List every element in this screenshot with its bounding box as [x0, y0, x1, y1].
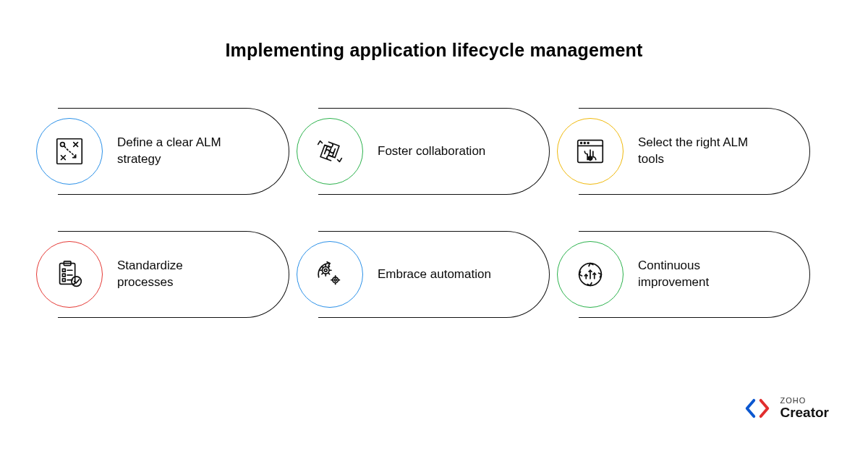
improvement-icon	[557, 241, 624, 308]
automation-icon	[297, 241, 363, 308]
svg-point-37	[334, 279, 336, 281]
collaboration-icon	[297, 118, 363, 185]
page-title: Implementing application lifecycle manag…	[0, 40, 868, 61]
svg-rect-23	[62, 279, 65, 282]
card-label: Continuous improvement	[638, 258, 761, 291]
svg-point-27	[324, 269, 327, 272]
svg-rect-21	[62, 274, 65, 277]
tools-icon	[557, 118, 624, 185]
svg-rect-19	[62, 269, 65, 272]
card-label: Foster collaboration	[378, 143, 485, 160]
svg-point-9	[584, 143, 585, 144]
card-label: Select the right ALM tools	[638, 135, 761, 168]
card-automation: Embrace automation	[318, 231, 550, 318]
svg-point-25	[72, 277, 81, 286]
cards-grid: Define a clear ALM strategy Foster colla…	[0, 108, 868, 318]
card-strategy: Define a clear ALM strategy	[58, 108, 289, 195]
checklist-icon	[36, 241, 103, 308]
svg-point-10	[587, 143, 589, 144]
card-tools: Select the right ALM tools	[579, 108, 810, 195]
card-label: Define a clear ALM strategy	[117, 135, 240, 168]
svg-line-33	[328, 273, 330, 274]
svg-line-34	[322, 273, 323, 274]
brand-large: Creator	[780, 405, 829, 420]
strategy-icon	[36, 118, 103, 185]
svg-point-36	[333, 277, 339, 283]
svg-point-8	[581, 143, 582, 144]
brand-footer: ZOHO Creator	[744, 395, 829, 422]
svg-point-1	[61, 143, 65, 147]
card-standardize: Standardize processes	[58, 231, 289, 318]
card-label: Embrace automation	[378, 266, 491, 283]
card-label: Standardize processes	[117, 258, 240, 291]
card-collaboration: Foster collaboration	[318, 108, 550, 195]
card-improvement: Continuous improvement	[579, 231, 810, 318]
zoho-creator-logo-icon	[744, 395, 771, 422]
